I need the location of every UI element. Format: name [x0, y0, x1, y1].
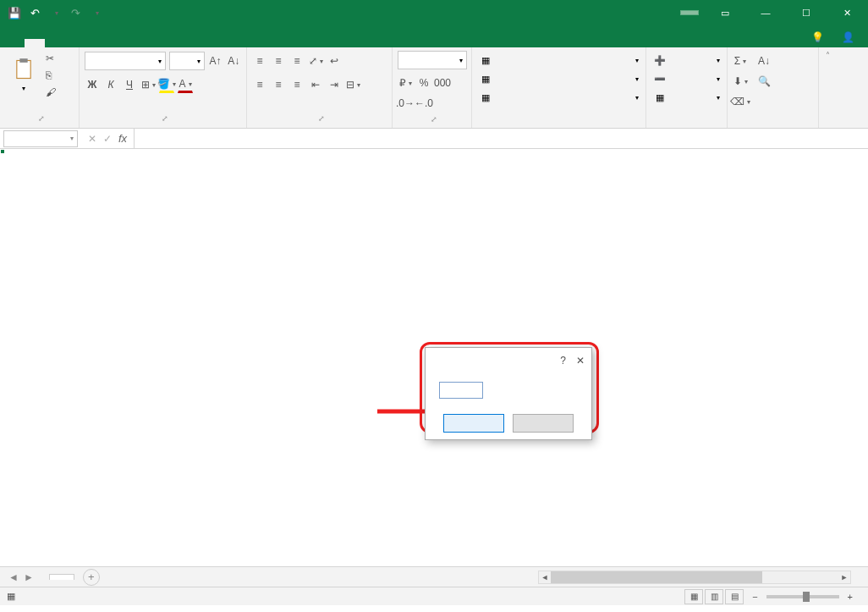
- record-macro-icon[interactable]: ▦: [7, 591, 15, 602]
- name-box[interactable]: ▾: [3, 130, 78, 147]
- bulb-icon: 💡: [811, 31, 824, 43]
- zoom-out-icon[interactable]: −: [752, 592, 757, 602]
- number-format-select[interactable]: ▾: [398, 51, 467, 69]
- orientation-icon[interactable]: ⤢: [308, 52, 323, 69]
- tab-review[interactable]: [130, 39, 151, 47]
- alignment-launcher-icon[interactable]: ⤢: [318, 114, 325, 123]
- grow-font-icon[interactable]: A↑: [208, 52, 223, 69]
- redo-icon[interactable]: ↷: [68, 5, 83, 20]
- autosum-icon[interactable]: Σ: [733, 52, 748, 69]
- paste-button[interactable]: ▾: [5, 51, 42, 98]
- sheet-tab[interactable]: [49, 574, 74, 580]
- conditional-formatting-button[interactable]: ▦▾: [477, 51, 640, 69]
- align-middle-icon[interactable]: ≡: [271, 52, 286, 69]
- share-icon: 👤: [842, 31, 854, 43]
- merge-button[interactable]: ⊟: [345, 76, 360, 93]
- save-icon[interactable]: 💾: [7, 5, 22, 20]
- format-painter-icon[interactable]: 🖌: [46, 86, 61, 100]
- clipboard-launcher-icon[interactable]: ⤢: [38, 114, 45, 123]
- scroll-left-icon[interactable]: ◄: [539, 571, 551, 583]
- underline-button[interactable]: Ч: [122, 76, 137, 93]
- border-button[interactable]: ⊞: [140, 76, 156, 93]
- format-as-table-button[interactable]: ▦▾: [477, 69, 640, 88]
- align-top-icon[interactable]: ≡: [252, 52, 267, 69]
- tab-developer[interactable]: [173, 39, 193, 47]
- align-right-icon[interactable]: ≡: [289, 76, 305, 93]
- fill-icon[interactable]: ⬇: [733, 73, 748, 90]
- enter-formula-icon[interactable]: ✓: [103, 133, 112, 145]
- column-width-input[interactable]: [439, 382, 483, 399]
- worksheet-grid[interactable]: ? ✕: [0, 149, 868, 566]
- tab-formulas[interactable]: [88, 39, 108, 47]
- percent-icon[interactable]: %: [416, 74, 431, 91]
- page-break-view-icon[interactable]: ▤: [725, 589, 744, 604]
- cell-styles-button[interactable]: ▦▾: [477, 88, 640, 107]
- horizontal-scrollbar[interactable]: ◄ ►: [538, 571, 851, 584]
- align-left-icon[interactable]: ≡: [252, 76, 267, 93]
- tab-data[interactable]: [109, 39, 129, 47]
- font-size-select[interactable]: ▾: [169, 52, 204, 70]
- wrap-text-icon[interactable]: ↩: [327, 52, 342, 69]
- fx-icon[interactable]: fx: [118, 132, 127, 145]
- qat-customize-icon[interactable]: [88, 5, 103, 20]
- collapse-ribbon-icon[interactable]: ˄: [826, 51, 830, 60]
- cut-icon[interactable]: ✂: [46, 52, 61, 66]
- copy-icon[interactable]: ⎘: [46, 69, 61, 83]
- normal-view-icon[interactable]: ▦: [684, 589, 703, 604]
- fill-color-button[interactable]: 🪣: [159, 76, 174, 93]
- maximize-icon[interactable]: ☐: [787, 0, 826, 25]
- clear-icon[interactable]: ⌫: [733, 93, 748, 110]
- fill-handle[interactable]: [0, 149, 5, 154]
- comma-icon[interactable]: 000: [435, 74, 450, 91]
- delete-cells-icon: ➖: [653, 72, 667, 85]
- shrink-font-icon[interactable]: A↓: [226, 52, 241, 69]
- undo-dropdown-icon[interactable]: [47, 5, 63, 20]
- tab-help[interactable]: [194, 39, 214, 47]
- ok-button[interactable]: [443, 414, 504, 433]
- cancel-button[interactable]: [513, 414, 574, 433]
- currency-icon[interactable]: ₽: [398, 74, 413, 91]
- ribbon-options-icon[interactable]: ▭: [706, 0, 744, 25]
- tab-home[interactable]: [25, 39, 45, 47]
- font-launcher-icon[interactable]: ⤢: [162, 114, 168, 123]
- undo-icon[interactable]: ↶: [27, 5, 42, 20]
- align-center-icon[interactable]: ≡: [271, 76, 286, 93]
- font-name-select[interactable]: ▾: [85, 52, 166, 70]
- add-sheet-button[interactable]: +: [83, 569, 100, 586]
- tab-insert[interactable]: [46, 39, 66, 47]
- align-bottom-icon[interactable]: ≡: [289, 52, 305, 69]
- page-layout-view-icon[interactable]: ▥: [705, 589, 723, 604]
- format-cells-button[interactable]: ▦▾: [651, 88, 722, 107]
- cancel-formula-icon[interactable]: ✕: [88, 133, 96, 145]
- signin-button[interactable]: [680, 10, 699, 15]
- font-color-button[interactable]: A: [178, 76, 193, 93]
- dialog-close-icon[interactable]: ✕: [576, 355, 585, 367]
- indent-decrease-icon[interactable]: ⇤: [308, 76, 323, 93]
- number-launcher-icon[interactable]: ⤢: [431, 115, 437, 124]
- tab-layout[interactable]: [67, 39, 87, 47]
- minimize-icon[interactable]: —: [746, 0, 785, 25]
- increase-decimal-icon[interactable]: .0→: [398, 95, 413, 112]
- indent-increase-icon[interactable]: ⇥: [327, 76, 342, 93]
- find-icon[interactable]: 🔍: [751, 73, 777, 90]
- tab-view[interactable]: [151, 39, 172, 47]
- italic-button[interactable]: К: [103, 76, 118, 93]
- title-bar: 💾 ↶ ↷ ▭ — ☐ ✕: [0, 0, 868, 25]
- scroll-right-icon[interactable]: ►: [838, 571, 850, 583]
- group-number: ▾ ₽ % 000 .0→ ←.0 ⤢: [393, 47, 472, 128]
- tab-file[interactable]: [3, 39, 24, 47]
- close-icon[interactable]: ✕: [827, 0, 866, 25]
- decrease-decimal-icon[interactable]: ←.0: [416, 95, 431, 112]
- tab-nav-next-icon[interactable]: ►: [24, 571, 34, 583]
- sort-filter-icon[interactable]: A↓: [751, 52, 777, 69]
- tell-me[interactable]: 💡: [805, 27, 834, 47]
- insert-cells-button[interactable]: ➕▾: [651, 51, 722, 69]
- dialog-help-icon[interactable]: ?: [560, 355, 566, 367]
- tab-nav-prev-icon[interactable]: ◄: [8, 571, 19, 583]
- share-button[interactable]: 👤: [835, 27, 865, 47]
- zoom-slider[interactable]: [766, 595, 839, 598]
- delete-cells-button[interactable]: ➖▾: [651, 69, 722, 88]
- scroll-thumb[interactable]: [551, 571, 762, 583]
- zoom-in-icon[interactable]: +: [848, 592, 853, 602]
- bold-button[interactable]: Ж: [85, 76, 100, 93]
